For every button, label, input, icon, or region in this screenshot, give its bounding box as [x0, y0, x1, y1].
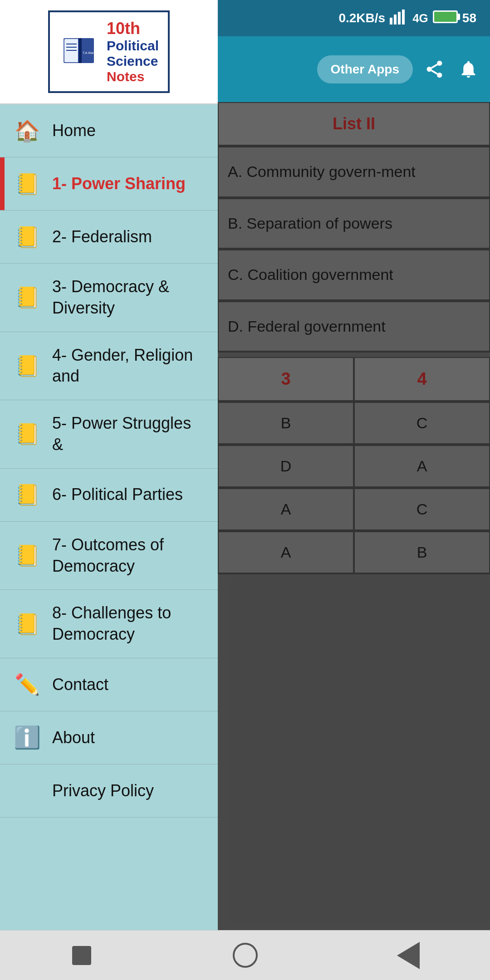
svg-rect-1: [394, 15, 397, 24]
ch5-icon: 📒: [14, 421, 41, 448]
notification-bell-icon[interactable]: [456, 57, 481, 82]
ch4-icon: 📒: [14, 352, 41, 379]
sidebar-item-power-sharing[interactable]: 📒 1- Power Sharing: [0, 157, 218, 211]
ch1-label: 1- Power Sharing: [52, 173, 186, 195]
ch3-label: 3- Democracy & Diversity: [52, 276, 204, 319]
drawer-nav-list: 🏠 Home 📒 1- Power Sharing 📒 2- Federalis…: [0, 104, 218, 980]
sidebar-item-power-struggles[interactable]: 📒 5- Power Struggles &: [0, 400, 218, 469]
svg-point-4: [437, 61, 442, 66]
sidebar-item-gender-religion[interactable]: 📒 4- Gender, Religion and: [0, 332, 218, 401]
recent-apps-icon: [72, 946, 91, 965]
sidebar-item-outcomes-democracy[interactable]: 📒 7- Outcomes of Democracy: [0, 522, 218, 590]
back-button[interactable]: [390, 937, 426, 974]
svg-rect-15: [79, 38, 82, 63]
logo-science: Science: [107, 54, 159, 69]
sidebar-item-contact[interactable]: ✏️ Contact: [0, 658, 218, 711]
home-label: Home: [52, 120, 96, 142]
app-logo: T.A.Wani 10th Political Science Notes: [48, 10, 170, 93]
ch7-label: 7- Outcomes of Democracy: [52, 534, 204, 577]
contact-label: Contact: [52, 674, 108, 696]
book-logo-icon: T.A.Wani: [59, 31, 100, 72]
sidebar-item-democracy-diversity[interactable]: 📒 3- Democracy & Diversity: [0, 264, 218, 332]
network-type: 4G: [412, 11, 428, 25]
ch3-icon: 📒: [14, 284, 41, 311]
navigation-drawer: T.A.Wani 10th Political Science Notes 🏠 …: [0, 0, 218, 980]
logo-text: 10th Political Science Notes: [107, 19, 159, 84]
svg-rect-0: [390, 18, 392, 24]
ch7-icon: 📒: [14, 542, 41, 569]
ch2-label: 2- Federalism: [52, 226, 152, 248]
ch6-icon: 📒: [14, 481, 41, 509]
share-button[interactable]: [422, 57, 447, 82]
svg-point-6: [437, 73, 442, 78]
ch6-label: 6- Political Parties: [52, 484, 183, 505]
privacy-icon: [14, 777, 41, 804]
battery-level: [433, 10, 458, 26]
ch4-label: 4- Gender, Religion and: [52, 345, 204, 387]
svg-line-8: [431, 64, 437, 68]
sidebar-item-challenges-democracy[interactable]: 📒 8- Challenges to Democracy: [0, 590, 218, 658]
ch1-icon: 📒: [14, 170, 41, 197]
logo-10th: 10th: [107, 19, 159, 38]
sidebar-item-home[interactable]: 🏠 Home: [0, 104, 218, 157]
svg-rect-2: [398, 12, 401, 24]
home-icon: 🏠: [14, 117, 41, 144]
ch5-label: 5- Power Struggles &: [52, 413, 204, 456]
about-label: About: [52, 727, 95, 749]
svg-point-5: [427, 67, 432, 72]
svg-rect-3: [402, 10, 405, 24]
ch8-icon: 📒: [14, 610, 41, 637]
svg-line-7: [431, 70, 437, 74]
back-nav-icon: [397, 942, 420, 969]
home-button[interactable]: [227, 937, 263, 974]
logo-notes: Notes: [107, 69, 159, 84]
sidebar-item-about[interactable]: ℹ️ About: [0, 711, 218, 764]
contact-icon: ✏️: [14, 671, 41, 698]
sidebar-item-political-parties[interactable]: 📒 6- Political Parties: [0, 469, 218, 522]
home-nav-icon: [233, 943, 258, 968]
about-icon: ℹ️: [14, 724, 41, 751]
other-apps-label: Other Apps: [331, 62, 399, 77]
logo-political: Political: [107, 38, 159, 54]
privacy-label: Privacy Policy: [52, 780, 154, 802]
ch8-label: 8- Challenges to Democracy: [52, 603, 204, 645]
recent-apps-button[interactable]: [64, 937, 100, 974]
ch2-icon: 📒: [14, 223, 41, 250]
sidebar-item-federalism[interactable]: 📒 2- Federalism: [0, 211, 218, 264]
status-right: 0.2KB/s 4G 58: [338, 9, 476, 28]
svg-text:T.A.Wani: T.A.Wani: [83, 51, 95, 54]
battery-percent: 58: [462, 11, 476, 25]
bottom-navigation-bar: [0, 930, 490, 980]
dim-overlay[interactable]: [218, 102, 490, 930]
sidebar-item-privacy-policy[interactable]: Privacy Policy: [0, 764, 218, 818]
drawer-header: T.A.Wani 10th Political Science Notes: [0, 0, 218, 104]
network-speed: 0.2KB/s: [338, 11, 385, 25]
battery-icon: [433, 10, 458, 23]
other-apps-button[interactable]: Other Apps: [317, 55, 413, 83]
signal-bars-icon: [390, 9, 408, 28]
